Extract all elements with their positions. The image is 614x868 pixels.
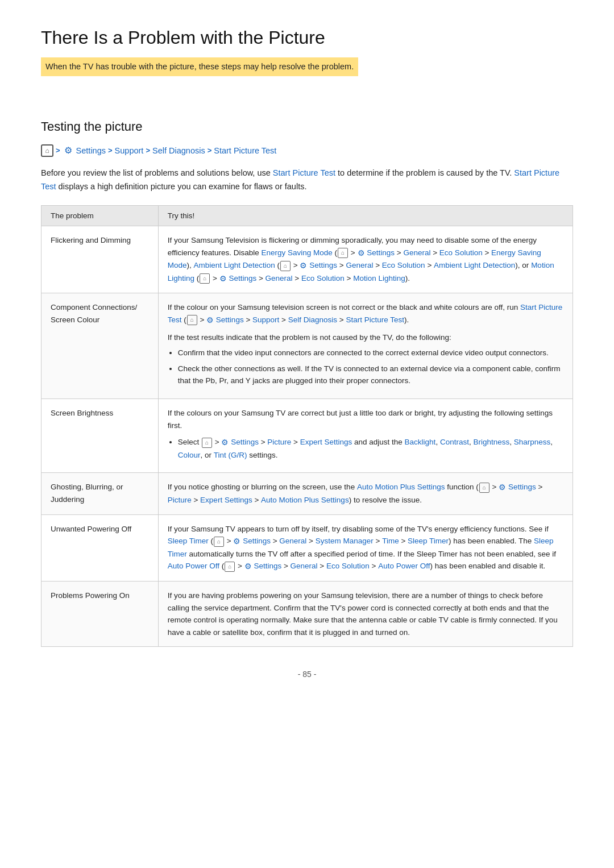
intro-text: Before you review the list of problems a… [41, 166, 573, 194]
gear-icon-inline2: ⚙ [300, 261, 307, 270]
gear-icon-inline5: ⚙ [221, 438, 229, 447]
breadcrumb-settings[interactable]: Settings [76, 146, 106, 155]
try-brightness: If the colours on your Samsung TV are co… [158, 398, 572, 472]
try-component: If the colour on your Samsung television… [158, 293, 572, 399]
problem-ghosting: Ghosting, Blurring, or Juddering [42, 473, 159, 514]
problem-flickering: Flickering and Dimming [42, 226, 159, 293]
breadcrumb-support[interactable]: Support [115, 146, 144, 155]
list-item: Confirm that the video input connectors … [178, 347, 563, 359]
table-row: Component Connections/ Screen Colour If … [42, 293, 573, 399]
energy-saving-mode-link[interactable]: Energy Saving Mode [262, 248, 333, 257]
list-item: Select ⌂ > ⚙ Settings > Picture > Expert… [178, 436, 563, 461]
home-icon-inline4: ⌂ [187, 315, 197, 325]
home-icon-inline2: ⌂ [280, 261, 291, 271]
table-row: Unwanted Powering Off If your Samsung TV… [42, 514, 573, 581]
gear-icon-1: ⚙ [63, 145, 74, 156]
expert-settings-link[interactable]: Expert Settings [300, 438, 352, 446]
sharpness-link[interactable]: Sharpness [514, 438, 551, 446]
breadcrumb-self-diagnosis[interactable]: Self Diagnosis [152, 146, 205, 155]
try-flickering: If your Samsung Television is flickering… [158, 226, 572, 293]
problem-component: Component Connections/ Screen Colour [42, 293, 159, 399]
table-row: Problems Powering On If you are having p… [42, 582, 573, 647]
table-header-problem: The problem [42, 205, 159, 226]
home-icon-inline: ⌂ [338, 248, 348, 258]
backlight-link[interactable]: Backlight [405, 438, 436, 446]
start-picture-test-link-1[interactable]: Start Picture Test [273, 168, 335, 177]
auto-motion-link[interactable]: Auto Motion Plus Settings [357, 483, 445, 491]
table-header-try: Try this! [158, 205, 572, 226]
gear-icon-inline8: ⚙ [244, 562, 252, 571]
colour-link[interactable]: Colour [178, 451, 201, 459]
breadcrumb-start-picture-test[interactable]: Start Picture Test [214, 146, 276, 155]
breadcrumb: ⌂ > ⚙ Settings > Support > Self Diagnosi… [41, 144, 573, 157]
problem-powering-on: Problems Powering On [42, 582, 159, 647]
page-number: - 85 - [41, 670, 573, 679]
try-powering-on: If you are having problems powering on y… [158, 582, 572, 647]
sleep-timer-link-1[interactable]: Sleep Timer [168, 537, 209, 545]
section-title: Testing the picture [41, 119, 573, 134]
highlight-bar: When the TV has trouble with the picture… [41, 57, 358, 76]
table-row: Flickering and Dimming If your Samsung T… [42, 226, 573, 293]
page-title: There Is a Problem with the Picture [41, 27, 573, 48]
auto-power-off-link[interactable]: Auto Power Off [168, 562, 219, 570]
gear-icon-inline7: ⚙ [233, 537, 240, 546]
table-row: Ghosting, Blurring, or Juddering If you … [42, 473, 573, 514]
try-unwanted-off: If your Samsung TV appears to turn off b… [158, 514, 572, 581]
brightness-link[interactable]: Brightness [473, 438, 509, 446]
contrast-link[interactable]: Contrast [440, 438, 469, 446]
home-icon-inline7: ⌂ [214, 537, 224, 547]
gear-icon-inline4: ⚙ [206, 315, 214, 325]
ambient-light-link[interactable]: Ambient Light Detection [193, 261, 275, 269]
problem-table: The problem Try this! Flickering and Dim… [41, 205, 573, 647]
problem-unwanted-off: Unwanted Powering Off [42, 514, 159, 581]
try-ghosting: If you notice ghosting or blurring on th… [158, 473, 572, 514]
problem-brightness: Screen Brightness [42, 398, 159, 472]
gear-icon-inline: ⚙ [358, 248, 365, 258]
gear-icon-inline6: ⚙ [499, 483, 506, 492]
tint-link[interactable]: Tint (G/R) [214, 451, 247, 459]
table-row: Screen Brightness If the colours on your… [42, 398, 573, 472]
home-icon-inline6: ⌂ [479, 483, 489, 493]
gear-icon-inline3: ⚙ [219, 274, 227, 283]
home-icon: ⌂ [41, 144, 53, 157]
home-icon-inline8: ⌂ [225, 562, 235, 572]
home-icon-inline5: ⌂ [202, 438, 212, 448]
list-item: Check the other connections as well. If … [178, 363, 563, 387]
home-icon-inline3: ⌂ [200, 273, 210, 284]
